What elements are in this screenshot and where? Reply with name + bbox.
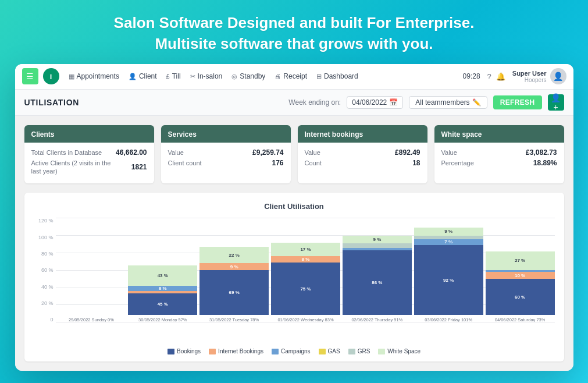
bar-segment-label: 45 % bbox=[158, 302, 168, 307]
stat-row: Value £9,259.74 bbox=[168, 148, 284, 157]
stat-card-services-body: Value £9,259.74 Client count 176 bbox=[161, 143, 291, 175]
date-input[interactable]: 04/06/2022 📅 bbox=[347, 96, 403, 109]
stat-card-clients: Clients Total Clients in Database 46,662… bbox=[24, 125, 154, 184]
calendar-icon: 📅 bbox=[389, 98, 398, 107]
add-user-icon: 👤+ bbox=[551, 93, 561, 112]
hamburger-icon: ☰ bbox=[26, 72, 34, 81]
nav-dashboard[interactable]: ⊞ Dashboard bbox=[316, 72, 358, 80]
nav-icons: ? 🔔 bbox=[487, 72, 505, 81]
x-label: 04/06/2022 Saturday 73% bbox=[495, 317, 546, 322]
stat-value: 18 bbox=[412, 159, 420, 167]
stat-card-services-header: Services bbox=[161, 125, 291, 143]
stat-value: 46,662.00 bbox=[116, 148, 147, 157]
nav-standby[interactable]: ◎ Standby bbox=[231, 72, 265, 80]
bar-segment bbox=[343, 248, 412, 251]
bar-group: 75 %8 %17 %01/06/2022 Wednesday 83% bbox=[271, 243, 340, 323]
sub-header: UTILISATION Week ending on: 04/06/2022 📅… bbox=[15, 90, 573, 116]
legend-item: White Space bbox=[378, 348, 420, 354]
y-label: 0 bbox=[50, 317, 53, 322]
legend-item: GRS bbox=[348, 348, 370, 354]
bar-segment-label: 17 % bbox=[300, 247, 311, 252]
stat-label: Value bbox=[305, 149, 320, 156]
insalon-label: In-salon bbox=[198, 72, 223, 80]
nav-receipt[interactable]: 🖨 Receipt bbox=[275, 72, 307, 80]
logo-text: i bbox=[50, 72, 52, 81]
y-label: 80 % bbox=[41, 251, 54, 257]
bar-group: 45 %8 %43 %30/05/2022 Monday 57% bbox=[128, 265, 197, 323]
stat-card-whitespace-header: White space bbox=[434, 125, 564, 143]
bar-segment-label: 69 % bbox=[229, 290, 240, 295]
bar-stack: 86 %9 % bbox=[343, 236, 412, 315]
bar-segment: 7 % bbox=[414, 239, 483, 246]
bar-segment: 45 % bbox=[128, 293, 197, 315]
stat-card-internet-header: Internet bookings bbox=[298, 125, 427, 143]
bar-segment-label: 8 % bbox=[302, 257, 310, 262]
top-nav: ☰ i ▦ Appointments 👤 Client £ Till bbox=[15, 64, 573, 90]
legend-label: GRS bbox=[358, 348, 370, 354]
standby-icon: ◎ bbox=[231, 73, 237, 80]
bar-segment-label: 43 % bbox=[158, 273, 168, 278]
appointments-icon: ▦ bbox=[69, 73, 74, 80]
x-label: 02/06/2022 Thursday 91% bbox=[351, 317, 402, 322]
stat-label: Count bbox=[305, 159, 322, 166]
bar-group: 29/05/2022 Sunday 0% bbox=[57, 315, 126, 322]
legend-label: Internet Bookings bbox=[218, 348, 263, 354]
page-title: UTILISATION bbox=[24, 98, 80, 107]
bar-group: 86 %9 %02/06/2022 Thursday 91% bbox=[343, 236, 412, 323]
date-value: 04/06/2022 bbox=[352, 98, 387, 107]
team-select[interactable]: All teammembers ✏️ bbox=[409, 96, 487, 109]
bar-stack: 60 %10 %27 % bbox=[486, 251, 555, 315]
receipt-label: Receipt bbox=[283, 72, 307, 80]
avatar-icon: 👤 bbox=[553, 72, 563, 81]
nav-items: ▦ Appointments 👤 Client £ Till ✂ In-salo… bbox=[69, 72, 458, 80]
y-label: 120 % bbox=[38, 218, 54, 224]
stat-value: 176 bbox=[272, 159, 283, 167]
stat-card-whitespace: White space Value £3,082.73 Percentage 1… bbox=[434, 125, 564, 184]
edit-icon: ✏️ bbox=[472, 98, 481, 107]
sub-header-controls: Week ending on: 04/06/2022 📅 All teammem… bbox=[288, 94, 564, 111]
nav-client[interactable]: 👤 Client bbox=[129, 72, 157, 80]
bar-segment: 27 % bbox=[486, 251, 555, 270]
help-icon[interactable]: ? bbox=[487, 72, 491, 81]
nav-appointments[interactable]: ▦ Appointments bbox=[69, 72, 119, 80]
bar-segment-label: 60 % bbox=[515, 295, 525, 300]
stat-label: Total Clients in Database bbox=[31, 149, 102, 156]
legend-label: White Space bbox=[387, 348, 420, 354]
y-label: 40 % bbox=[41, 284, 54, 290]
bar-segment: 22 % bbox=[199, 247, 269, 263]
nav-insalon[interactable]: ✂ In-salon bbox=[190, 72, 223, 80]
add-user-button[interactable]: 👤+ bbox=[548, 94, 564, 111]
services-title: Services bbox=[168, 130, 197, 139]
legend-color bbox=[378, 349, 385, 354]
nav-till[interactable]: £ Till bbox=[166, 72, 181, 80]
refresh-button[interactable]: REFRESH bbox=[493, 95, 542, 109]
bar-stack: 92 %7 %9 % bbox=[414, 228, 483, 315]
app-window: ☰ i ▦ Appointments 👤 Client £ Till bbox=[15, 64, 573, 371]
nav-user: Super User Hoopers 👤 bbox=[512, 68, 566, 84]
stat-value: 18.89% bbox=[533, 159, 557, 167]
bar-segment: 43 % bbox=[128, 265, 197, 286]
stat-row: Client count 176 bbox=[168, 159, 284, 167]
stat-card-services: Services Value £9,259.74 Client count 17… bbox=[161, 125, 291, 184]
till-label: Till bbox=[172, 72, 181, 80]
chart-title: Client Utilisation bbox=[34, 202, 555, 211]
receipt-icon: 🖨 bbox=[275, 73, 281, 80]
legend-item: GAS bbox=[319, 348, 340, 354]
bar-segment-label: 75 % bbox=[300, 286, 311, 292]
bar-segment: 8 % bbox=[128, 286, 197, 291]
avatar[interactable]: 👤 bbox=[550, 68, 566, 84]
bar-segment: 9 % bbox=[199, 263, 269, 270]
hamburger-button[interactable]: ☰ bbox=[22, 68, 38, 84]
legend-color bbox=[319, 349, 326, 354]
bell-icon[interactable]: 🔔 bbox=[496, 72, 505, 81]
stat-row: Percentage 18.89% bbox=[441, 159, 557, 167]
stat-row: Value £3,082.73 bbox=[441, 148, 557, 157]
bar-group: 69 %9 %22 %31/05/2022 Tuesday 78% bbox=[199, 247, 269, 322]
stat-label: Client count bbox=[168, 159, 202, 166]
stat-card-internet: Internet bookings Value £892.49 Count 18 bbox=[298, 125, 427, 184]
stat-row: Value £892.49 bbox=[305, 148, 420, 157]
dashboard-icon: ⊞ bbox=[316, 73, 322, 80]
bar-segment-label: 8 % bbox=[159, 286, 167, 291]
legend-item: Internet Bookings bbox=[209, 348, 263, 354]
stat-card-internet-body: Value £892.49 Count 18 bbox=[298, 143, 427, 175]
